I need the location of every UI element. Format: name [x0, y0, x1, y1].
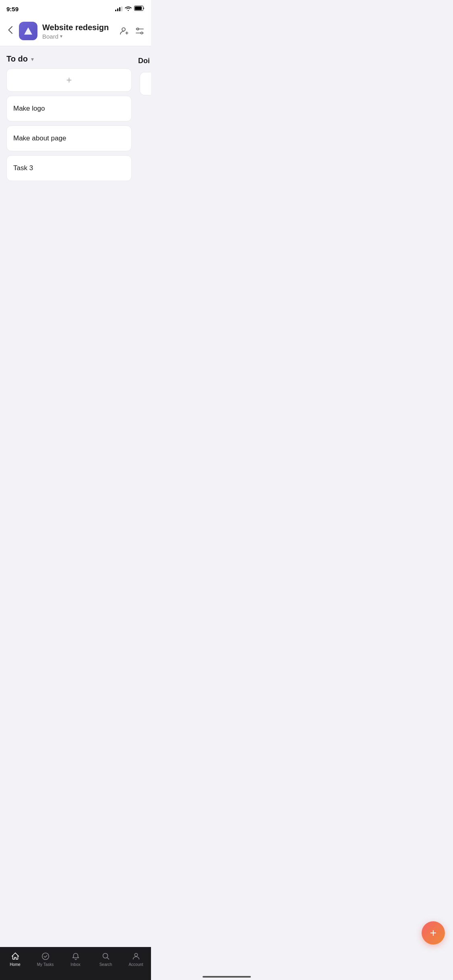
todo-chevron-icon: ▾ [31, 56, 34, 62]
plus-icon: + [66, 74, 72, 86]
status-icons [115, 6, 145, 12]
header-actions [120, 26, 145, 36]
filter-button[interactable] [135, 26, 145, 36]
todo-column-title: To do [6, 54, 28, 64]
back-button[interactable] [6, 25, 14, 37]
todo-column: To do ▾ + Make logo Make about page Tas [0, 54, 138, 181]
project-title: Website redesign [42, 23, 115, 32]
board-container: To do ▾ + Make logo Make about page Tas [0, 46, 151, 213]
app-logo [19, 22, 37, 40]
add-member-button[interactable] [120, 26, 129, 36]
app-header: Website redesign Board ▾ [0, 18, 151, 46]
todo-column-header: To do ▾ [0, 54, 138, 68]
task-title: Make logo [13, 105, 45, 113]
doing-column-peek: Doi [138, 54, 151, 95]
task-card[interactable]: Task 3 [6, 155, 132, 181]
task-title: Task 3 [13, 164, 33, 172]
status-bar: 9:59 [0, 0, 151, 18]
view-selector[interactable]: Board ▾ [42, 33, 115, 40]
wifi-icon [125, 6, 132, 12]
project-info: Website redesign Board ▾ [42, 23, 115, 40]
battery-icon [134, 6, 145, 12]
task-title: Make about page [13, 134, 66, 142]
status-time: 9:59 [6, 6, 19, 12]
task-card[interactable]: Make about page [6, 126, 132, 151]
svg-point-3 [122, 28, 125, 31]
task-card[interactable]: Make logo [6, 96, 132, 121]
add-task-button[interactable]: + [6, 68, 132, 92]
doing-add-task-peek [140, 72, 151, 95]
signal-icon [115, 6, 122, 11]
svg-marker-2 [24, 27, 32, 35]
todo-tasks-list: + Make logo Make about page Task 3 [0, 68, 138, 181]
svg-rect-1 [135, 6, 142, 10]
view-label: Board [42, 33, 58, 40]
chevron-down-icon: ▾ [60, 33, 62, 39]
doing-column-title: Doi [138, 57, 149, 65]
